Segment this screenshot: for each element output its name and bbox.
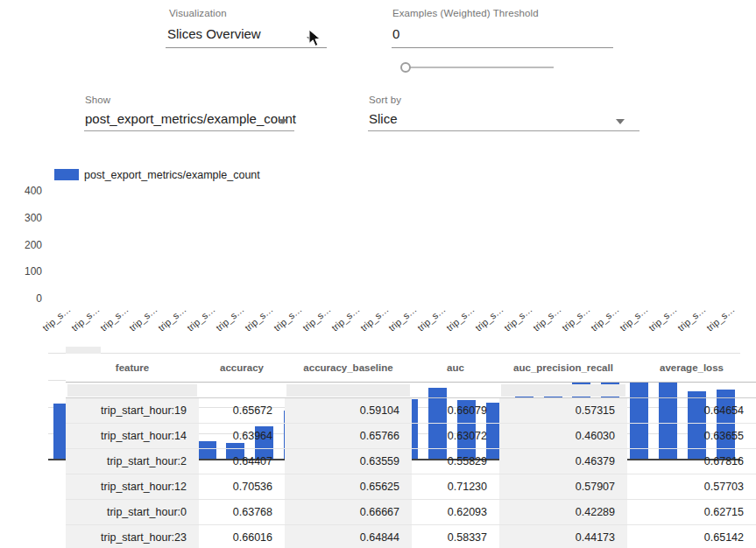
table-row[interactable]: trip_start_hour:20.644070.635590.558290.…	[66, 448, 756, 474]
table-cell: 0.64407	[199, 448, 285, 474]
mouse-cursor	[308, 29, 322, 48]
table-filter-row	[66, 382, 756, 397]
table-corner-cell	[66, 347, 101, 354]
metrics-table: featureaccuracyaccuracy_baselineaucauc_p…	[66, 354, 756, 548]
filter-cell	[285, 382, 412, 397]
visualization-underline	[166, 47, 327, 48]
table-cell: 0.65625	[285, 474, 412, 499]
table-cell: 0.63964	[199, 423, 285, 448]
sort-by-label: Sort by	[369, 95, 401, 105]
filter-cell	[66, 382, 199, 397]
column-header-feature[interactable]: feature	[66, 354, 199, 382]
table-cell: 0.59104	[285, 397, 412, 423]
table-row[interactable]: trip_start_hour:190.656720.591040.660790…	[66, 397, 756, 423]
table-cell: 0.65766	[285, 423, 412, 448]
show-underline	[84, 130, 294, 131]
table-cell: 0.57907	[499, 474, 627, 499]
filter-cell	[499, 382, 627, 397]
table-cell: 0.65672	[199, 397, 285, 423]
chevron-down-icon[interactable]	[279, 119, 287, 124]
table-cell: trip_start_hour:12	[66, 474, 199, 499]
sort-by-select[interactable]: Slice	[369, 111, 398, 126]
table-cell: 0.57703	[627, 474, 756, 499]
column-header-auc_precision_recall[interactable]: auc_precision_recall	[499, 354, 627, 382]
table-header-row: featureaccuracyaccuracy_baselineaucauc_p…	[66, 354, 756, 382]
table-row[interactable]: trip_start_hour:140.639640.657660.630720…	[66, 423, 756, 448]
threshold-label: Examples (Weighted) Threshold	[392, 8, 539, 18]
table-cell: trip_start_hour:0	[66, 499, 199, 524]
chevron-down-icon[interactable]	[616, 119, 625, 124]
legend-swatch	[54, 169, 79, 180]
visualization-label: Visualization	[169, 8, 227, 18]
threshold-input[interactable]: 0	[392, 26, 399, 41]
table-cell: 0.62093	[412, 499, 499, 524]
slices-bar-chart: post_export_metrics/example_count 010020…	[0, 162, 756, 346]
table-cell: trip_start_hour:14	[66, 423, 199, 448]
filter-cell	[199, 382, 285, 397]
table-cell: 0.64844	[285, 524, 412, 548]
y-axis-tick-label: 100	[11, 265, 42, 278]
table-cell: trip_start_hour:23	[66, 524, 199, 548]
table-cell: 0.55829	[412, 448, 499, 474]
table-cell: 0.71230	[412, 474, 499, 499]
table-cell: 0.66667	[285, 499, 412, 524]
threshold-slider-track[interactable]	[406, 67, 554, 68]
table-cell: 0.46379	[499, 448, 627, 474]
table-cell: 0.64654	[627, 397, 756, 423]
table-cell: 0.65142	[627, 524, 756, 548]
filter-cell	[412, 382, 499, 397]
table-cell: 0.57315	[499, 397, 627, 423]
table-cell: 0.63768	[199, 499, 285, 524]
show-label: Show	[85, 95, 110, 105]
table-cell: 0.67816	[627, 448, 756, 474]
column-filter-input[interactable]	[286, 384, 410, 397]
column-header-auc[interactable]: auc	[412, 354, 499, 382]
y-axis-tick-label: 0	[11, 292, 42, 305]
y-axis-tick-label: 300	[11, 212, 42, 224]
sort-by-underline	[368, 130, 639, 131]
table-cell: 0.44173	[499, 524, 627, 548]
table-cell: trip_start_hour:2	[66, 448, 199, 474]
table-cell: 0.46030	[499, 423, 627, 448]
table-cell: 0.58337	[412, 524, 499, 548]
legend-label: post_export_metrics/example_count	[84, 169, 260, 181]
column-header-accuracy_baseline[interactable]: accuracy_baseline	[285, 354, 412, 382]
y-axis-tick-label: 200	[11, 239, 42, 251]
column-filter-input[interactable]	[629, 384, 754, 397]
threshold-slider-handle[interactable]	[400, 62, 411, 73]
visualization-select[interactable]: Slices Overview	[167, 26, 261, 41]
table-cell: 0.66016	[199, 524, 285, 548]
table-cell: 0.66079	[412, 397, 499, 423]
column-header-average_loss[interactable]: average_loss	[627, 354, 756, 382]
column-header-accuracy[interactable]: accuracy	[199, 354, 285, 382]
table-row[interactable]: trip_start_hour:230.660160.648440.583370…	[66, 524, 756, 548]
table-cell: 0.63559	[285, 448, 412, 474]
table-cell: 0.42289	[499, 499, 627, 524]
table-cell: trip_start_hour:19	[66, 397, 199, 423]
y-axis-tick-label: 400	[11, 185, 42, 197]
table-cell: 0.63655	[627, 423, 756, 448]
filter-cell	[627, 382, 756, 397]
column-filter-input[interactable]	[501, 384, 625, 397]
column-filter-input[interactable]	[413, 384, 498, 397]
table-cell: 0.63072	[412, 423, 499, 448]
table-cell: 0.62715	[627, 499, 756, 524]
table-cell: 0.70536	[199, 474, 285, 499]
column-filter-input[interactable]	[67, 384, 197, 397]
table-row[interactable]: trip_start_hour:00.637680.666670.620930.…	[66, 499, 756, 524]
table-row[interactable]: trip_start_hour:120.705360.656250.712300…	[66, 474, 756, 499]
show-select[interactable]: post_export_metrics/example_count	[85, 111, 296, 126]
column-filter-input[interactable]	[201, 384, 283, 397]
threshold-underline	[392, 47, 613, 48]
